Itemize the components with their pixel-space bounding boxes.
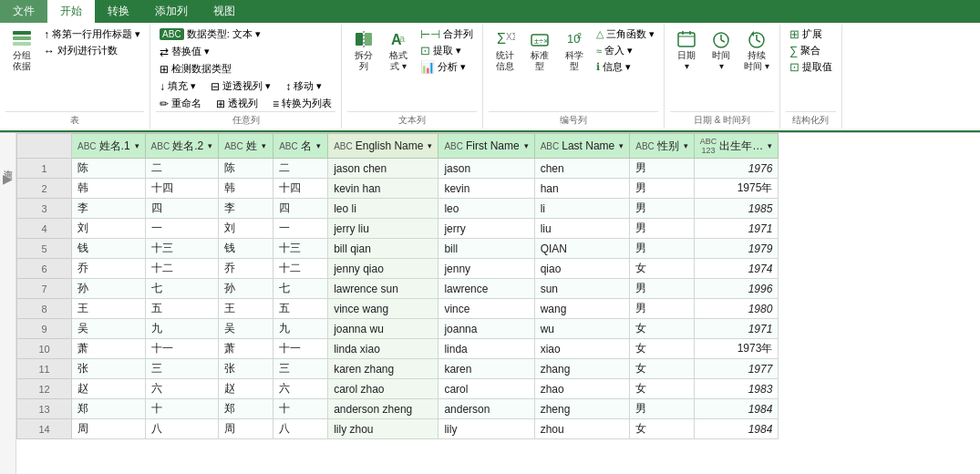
num-col-extras: △ 三角函数 ▾ ≈ 舍入 ▾ ℹ 信息 ▾ bbox=[593, 26, 658, 75]
time-icon bbox=[710, 28, 732, 50]
col-header-english-name[interactable]: ABC English Name ▾ bbox=[328, 134, 438, 159]
time-button[interactable]: 时间▾ bbox=[705, 26, 738, 74]
standard-type-button[interactable]: ±÷× 标准型 bbox=[523, 26, 556, 74]
scientific-type-button[interactable]: 10 2 科学型 bbox=[558, 26, 591, 74]
col-dropdown-3[interactable]: ▾ bbox=[262, 141, 266, 150]
format-button[interactable]: A a 格式式 ▾ bbox=[382, 26, 415, 74]
stats-icon: Σ XΣ bbox=[494, 28, 516, 50]
col-dropdown-9[interactable]: ▾ bbox=[768, 141, 772, 150]
extract-button[interactable]: ⊡ 提取 ▾ bbox=[417, 43, 477, 58]
expand-button[interactable]: ⊞ 扩展 bbox=[786, 26, 836, 42]
trig-button[interactable]: △ 三角函数 ▾ bbox=[593, 26, 658, 42]
col-header-lastname2[interactable]: ABC 姓名.2 ▾ bbox=[145, 134, 219, 159]
col-dropdown-5[interactable]: ▾ bbox=[428, 141, 432, 150]
ribbon-content: 分组依据 ↑ 将第一行用作标题 ▾ ↔ 对列进行计数 表 bbox=[0, 23, 980, 132]
row-num-cell: 8 bbox=[17, 299, 72, 319]
tab-add-column[interactable]: 添加列 bbox=[142, 0, 201, 23]
cell-english-name: joanna wu bbox=[328, 319, 438, 339]
cell-gender: 男 bbox=[630, 299, 695, 319]
cell-english-name: jason chen bbox=[328, 159, 438, 179]
col-header-first-name[interactable]: ABC First Name ▾ bbox=[438, 134, 534, 159]
duration-button[interactable]: 持续时间 ▾ bbox=[739, 26, 774, 74]
unpivot-button[interactable]: ⊟ 逆透视列 ▾ bbox=[207, 78, 274, 94]
parse-button[interactable]: 📊 分析 ▾ bbox=[417, 59, 477, 75]
date-button[interactable]: 日期▾ bbox=[670, 26, 703, 74]
tab-file[interactable]: 文件 bbox=[0, 0, 47, 23]
cell-surname: 乔 bbox=[219, 259, 273, 279]
cell-birth-year: 1971 bbox=[694, 219, 779, 239]
side-icon-collapse[interactable]: ▶ bbox=[2, 171, 14, 186]
info-button[interactable]: ℹ 信息 ▾ bbox=[593, 59, 658, 75]
col-dropdown-4[interactable]: ▾ bbox=[316, 141, 321, 150]
col-type-4: ABC bbox=[279, 141, 298, 151]
cell-surname: 周 bbox=[219, 419, 273, 439]
replace-value-button[interactable]: ⇄ 替换值 ▾ bbox=[156, 44, 213, 59]
rename-button[interactable]: ✏ 重命名 bbox=[156, 96, 205, 111]
col-header-surname[interactable]: ABC 姓 ▾ bbox=[219, 134, 273, 159]
cell-gender: 男 bbox=[630, 219, 695, 239]
cell-lastname2: 八 bbox=[145, 419, 219, 439]
cell-given: 六 bbox=[273, 379, 328, 399]
cell-first-name: lily bbox=[438, 419, 534, 439]
cell-lastname1: 孙 bbox=[72, 279, 146, 299]
col-dropdown-7[interactable]: ▾ bbox=[619, 141, 624, 150]
svg-text:a: a bbox=[399, 33, 406, 44]
cell-last-name: li bbox=[534, 199, 630, 219]
table-row: 2 韩 十四 韩 十四 kevin han kevin han 男 1975年 bbox=[17, 179, 779, 199]
round-button[interactable]: ≈ 舍入 ▾ bbox=[593, 43, 658, 58]
col-dropdown-2[interactable]: ▾ bbox=[208, 141, 212, 150]
table-row: 14 周 八 周 八 lily zhou lily zhou 女 1984 bbox=[17, 419, 779, 439]
tab-transform[interactable]: 转换 bbox=[95, 0, 142, 23]
ribbon-group-datetime-col: 日期▾ 时间▾ bbox=[665, 25, 780, 129]
col-dropdown-6[interactable]: ▾ bbox=[524, 141, 529, 150]
stats-button[interactable]: Σ XΣ 统计信息 bbox=[489, 26, 521, 74]
svg-text:±÷×: ±÷× bbox=[534, 36, 548, 46]
cell-given: 十三 bbox=[273, 239, 328, 259]
extract-val-button[interactable]: ⊡ 提取值 bbox=[786, 59, 836, 75]
split-col-button[interactable]: 拆分列 bbox=[347, 26, 380, 74]
ribbon-group-table: 分组依据 ↑ 将第一行用作标题 ▾ ↔ 对列进行计数 表 bbox=[0, 25, 150, 129]
move-label: 移动 ▾ bbox=[294, 79, 322, 93]
table-row: 9 吴 九 吴 九 joanna wu joanna wu 女 1971 bbox=[17, 319, 779, 339]
aggregate-button[interactable]: ∑ 聚合 bbox=[786, 43, 836, 58]
col-header-birth-year[interactable]: ABC123 出生年… ▾ bbox=[694, 134, 779, 159]
cell-lastname1: 郑 bbox=[72, 399, 146, 419]
cell-birth-year: 1971 bbox=[694, 319, 779, 339]
data-type-button[interactable]: ABC 数据类型: 文本 ▾ bbox=[156, 26, 264, 42]
fill-button[interactable]: ↓ 填充 ▾ bbox=[156, 78, 200, 94]
col-type-7: ABC bbox=[541, 141, 560, 151]
col-dropdown-8[interactable]: ▾ bbox=[684, 141, 688, 150]
svg-rect-2 bbox=[13, 42, 31, 46]
cell-first-name: bill bbox=[438, 239, 534, 259]
ribbon-group-any-col: ABC 数据类型: 文本 ▾ ⇄ 替换值 ▾ ⊞ 检测数据类型 ↓ 填充 ▾ bbox=[150, 25, 342, 129]
col-header-lastname1[interactable]: ABC 姓名.1 ▾ bbox=[72, 134, 146, 159]
table-row: 6 乔 十二 乔 十二 jenny qiao jenny qiao 女 1974 bbox=[17, 259, 779, 279]
col-name-5: English Name bbox=[356, 139, 424, 152]
merge-col-button[interactable]: ⊢⊣ 合并列 bbox=[417, 26, 477, 42]
cell-lastname1: 赵 bbox=[72, 379, 146, 399]
col-dropdown-1[interactable]: ▾ bbox=[135, 141, 139, 150]
col-type-9: ABC123 bbox=[700, 137, 717, 155]
to-list-button[interactable]: ≡ 转换为列表 bbox=[269, 96, 335, 111]
cell-given: 十四 bbox=[273, 179, 328, 199]
tab-start[interactable]: 开始 bbox=[47, 0, 95, 23]
first-row-header-button[interactable]: ↑ 将第一行用作标题 ▾ bbox=[40, 26, 144, 42]
cell-english-name: kevin han bbox=[328, 179, 438, 199]
duration-label: 持续时间 ▾ bbox=[744, 50, 769, 72]
count-rows-button[interactable]: ↔ 对列进行计数 bbox=[40, 43, 144, 58]
cell-birth-year: 1975年 bbox=[694, 179, 779, 199]
group-by-button[interactable]: 分组依据 bbox=[5, 26, 38, 74]
cell-english-name: anderson zheng bbox=[328, 399, 438, 419]
table-col-buttons: ↑ 将第一行用作标题 ▾ ↔ 对列进行计数 bbox=[40, 26, 144, 58]
detect-type-button[interactable]: ⊞ 检测数据类型 bbox=[156, 61, 235, 77]
move-icon: ↕ bbox=[285, 80, 291, 93]
col-header-last-name[interactable]: ABC Last Name ▾ bbox=[534, 134, 630, 159]
col-header-gender[interactable]: ABC 性别 ▾ bbox=[630, 134, 695, 159]
cell-lastname2: 七 bbox=[145, 279, 219, 299]
col-name-3: 姓 bbox=[246, 139, 257, 154]
tab-view[interactable]: 视图 bbox=[201, 0, 248, 23]
move-button[interactable]: ↕ 移动 ▾ bbox=[282, 78, 325, 94]
col-header-given[interactable]: ABC 名 ▾ bbox=[273, 134, 328, 159]
pivot-button[interactable]: ⊞ 透视列 bbox=[212, 96, 262, 111]
row-num-cell: 3 bbox=[17, 199, 72, 219]
